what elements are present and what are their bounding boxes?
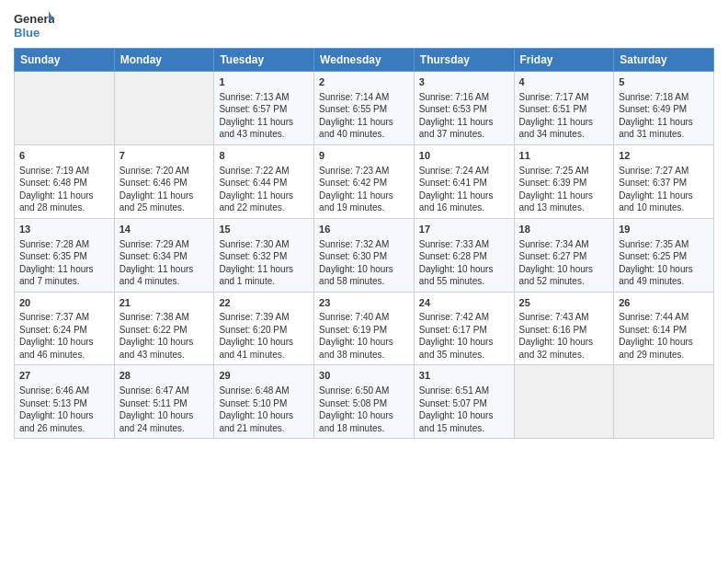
- day-info: Sunset: 6:42 PM: [319, 177, 409, 190]
- day-info: Daylight: 10 hours and 35 minutes.: [419, 336, 509, 361]
- day-info: Daylight: 11 hours and 19 minutes.: [319, 190, 409, 214]
- day-number: 28: [119, 369, 210, 383]
- calendar-cell: 18Sunrise: 7:34 AMSunset: 6:27 PMDayligh…: [514, 218, 614, 292]
- calendar-cell: 2Sunrise: 7:14 AMSunset: 6:55 PMDaylight…: [314, 72, 415, 145]
- day-info: Sunrise: 7:22 AM: [219, 165, 309, 178]
- day-number: 3: [419, 75, 509, 89]
- column-header-saturday: Saturday: [614, 49, 714, 72]
- day-info: Sunrise: 6:47 AM: [119, 385, 210, 397]
- day-info: Daylight: 11 hours and 10 minutes.: [619, 190, 709, 214]
- day-info: Daylight: 11 hours and 4 minutes.: [119, 263, 210, 288]
- day-number: 15: [219, 223, 309, 236]
- day-info: Sunrise: 7:44 AM: [619, 311, 709, 324]
- calendar-cell: 19Sunrise: 7:35 AMSunset: 6:25 PMDayligh…: [614, 218, 714, 292]
- day-number: 23: [319, 296, 409, 310]
- day-number: 12: [619, 149, 709, 163]
- day-number: 25: [519, 296, 609, 310]
- day-info: Sunset: 6:46 PM: [119, 177, 210, 190]
- calendar-cell: 13Sunrise: 7:28 AMSunset: 6:35 PMDayligh…: [15, 218, 115, 292]
- calendar-cell: 3Sunrise: 7:16 AMSunset: 6:53 PMDaylight…: [414, 72, 514, 145]
- day-info: Sunrise: 7:20 AM: [119, 165, 210, 178]
- day-info: Sunset: 6:24 PM: [19, 324, 109, 337]
- day-info: Sunset: 5:08 PM: [319, 397, 409, 410]
- day-info: Sunrise: 7:32 AM: [319, 238, 409, 251]
- calendar-cell: 4Sunrise: 7:17 AMSunset: 6:51 PMDaylight…: [514, 72, 614, 145]
- calendar-cell: 31Sunrise: 6:51 AMSunset: 5:07 PMDayligh…: [414, 365, 514, 439]
- day-number: 13: [19, 223, 109, 236]
- day-info: Daylight: 10 hours and 21 minutes.: [219, 409, 309, 434]
- day-info: Daylight: 11 hours and 43 minutes.: [219, 116, 309, 141]
- day-info: Sunset: 6:27 PM: [519, 250, 609, 263]
- day-info: Sunset: 6:55 PM: [319, 103, 409, 116]
- day-info: Daylight: 10 hours and 32 minutes.: [519, 336, 609, 361]
- day-info: Sunset: 5:07 PM: [419, 397, 509, 410]
- calendar-cell: 9Sunrise: 7:23 AMSunset: 6:42 PMDaylight…: [314, 144, 415, 218]
- column-header-friday: Friday: [514, 49, 614, 72]
- calendar-cell: 11Sunrise: 7:25 AMSunset: 6:39 PMDayligh…: [514, 144, 614, 218]
- day-info: Sunrise: 7:42 AM: [419, 311, 509, 324]
- day-info: Daylight: 11 hours and 25 minutes.: [119, 190, 210, 214]
- day-info: Sunset: 5:10 PM: [219, 397, 309, 410]
- calendar-cell: 15Sunrise: 7:30 AMSunset: 6:32 PMDayligh…: [214, 218, 314, 292]
- day-info: Sunrise: 7:29 AM: [119, 238, 210, 251]
- day-info: Daylight: 11 hours and 40 minutes.: [319, 116, 409, 141]
- day-info: Sunrise: 7:35 AM: [619, 238, 709, 251]
- svg-text:Blue: Blue: [14, 26, 40, 40]
- day-info: Sunset: 6:39 PM: [519, 177, 609, 190]
- day-number: 27: [19, 369, 109, 383]
- column-header-thursday: Thursday: [414, 49, 514, 72]
- day-number: 14: [119, 223, 210, 236]
- day-info: Sunset: 6:17 PM: [419, 324, 509, 337]
- day-number: 6: [19, 149, 109, 163]
- day-info: Sunset: 6:34 PM: [119, 250, 210, 263]
- calendar-cell: 28Sunrise: 6:47 AMSunset: 5:11 PMDayligh…: [114, 365, 214, 439]
- calendar-cell: [514, 365, 614, 439]
- day-info: Sunset: 6:48 PM: [19, 177, 109, 190]
- day-info: Sunrise: 7:16 AM: [419, 91, 509, 104]
- day-info: Sunset: 6:41 PM: [419, 177, 509, 190]
- calendar-cell: 25Sunrise: 7:43 AMSunset: 6:16 PMDayligh…: [514, 292, 614, 365]
- calendar-cell: 10Sunrise: 7:24 AMSunset: 6:41 PMDayligh…: [414, 144, 514, 218]
- day-info: Sunset: 6:16 PM: [519, 324, 609, 337]
- week-row-4: 20Sunrise: 7:37 AMSunset: 6:24 PMDayligh…: [15, 292, 714, 365]
- calendar-cell: 12Sunrise: 7:27 AMSunset: 6:37 PMDayligh…: [614, 144, 714, 218]
- day-info: Daylight: 10 hours and 24 minutes.: [119, 409, 210, 434]
- day-info: Daylight: 11 hours and 37 minutes.: [419, 116, 509, 141]
- day-info: Daylight: 11 hours and 1 minute.: [219, 263, 309, 288]
- day-info: Daylight: 10 hours and 43 minutes.: [119, 336, 210, 361]
- day-number: 2: [319, 75, 409, 89]
- day-number: 24: [419, 296, 509, 310]
- calendar-cell: 23Sunrise: 7:40 AMSunset: 6:19 PMDayligh…: [314, 292, 415, 365]
- day-info: Sunset: 6:20 PM: [219, 324, 309, 337]
- day-info: Sunrise: 6:46 AM: [19, 385, 109, 397]
- day-info: Sunset: 6:49 PM: [619, 103, 709, 116]
- svg-text:General: General: [14, 12, 54, 26]
- day-number: 1: [219, 75, 309, 89]
- day-info: Sunrise: 7:23 AM: [319, 165, 409, 178]
- day-info: Sunrise: 7:37 AM: [19, 311, 109, 324]
- day-info: Sunset: 5:13 PM: [19, 397, 109, 410]
- day-info: Daylight: 11 hours and 13 minutes.: [519, 190, 609, 214]
- calendar-cell: [15, 72, 115, 145]
- day-number: 7: [119, 149, 210, 163]
- day-info: Sunset: 6:28 PM: [419, 250, 509, 263]
- day-number: 26: [619, 296, 709, 310]
- day-info: Sunrise: 7:30 AM: [219, 238, 309, 251]
- day-info: Sunset: 6:53 PM: [419, 103, 509, 116]
- day-number: 22: [219, 296, 309, 310]
- calendar-cell: 26Sunrise: 7:44 AMSunset: 6:14 PMDayligh…: [614, 292, 714, 365]
- day-info: Sunrise: 7:18 AM: [619, 91, 709, 104]
- column-header-sunday: Sunday: [15, 49, 115, 72]
- day-info: Sunrise: 6:50 AM: [319, 385, 409, 397]
- day-number: 5: [619, 75, 709, 89]
- day-info: Sunset: 6:19 PM: [319, 324, 409, 337]
- calendar-header: SundayMondayTuesdayWednesdayThursdayFrid…: [15, 49, 714, 72]
- day-info: Sunrise: 7:25 AM: [519, 165, 609, 178]
- day-info: Daylight: 10 hours and 55 minutes.: [419, 263, 509, 288]
- day-info: Sunrise: 7:13 AM: [219, 91, 309, 104]
- day-info: Daylight: 10 hours and 46 minutes.: [19, 336, 109, 361]
- day-info: Daylight: 11 hours and 16 minutes.: [419, 190, 509, 214]
- calendar-cell: 22Sunrise: 7:39 AMSunset: 6:20 PMDayligh…: [214, 292, 314, 365]
- column-header-tuesday: Tuesday: [214, 49, 314, 72]
- day-info: Sunset: 6:30 PM: [319, 250, 409, 263]
